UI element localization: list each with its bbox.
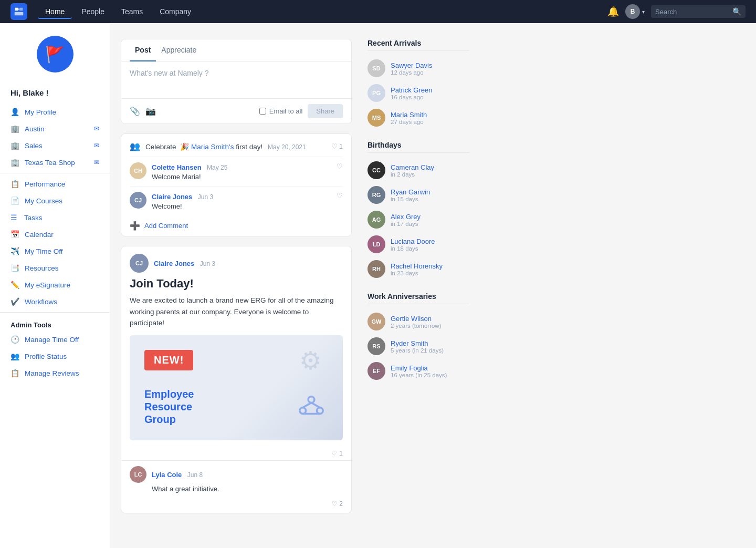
email-to-all-checkbox[interactable] <box>259 108 266 115</box>
sidebar-item-my-time-off[interactable]: ✈️ My Time Off <box>0 243 110 260</box>
profile-status-icon: 👥 <box>10 352 19 360</box>
sidebar-item-texas-tea-shop[interactable]: 🏢 Texas Tea Shop ✉ <box>0 154 110 171</box>
sidebar-item-calendar[interactable]: 📅 Calendar <box>0 226 110 243</box>
celebrated-person[interactable]: Maria Smith's <box>191 143 234 151</box>
search-box[interactable]: 🔍 <box>651 5 746 18</box>
arrival-patrick[interactable]: PG Patrick Green 16 days ago <box>368 81 469 106</box>
tasks-icon: ☰ <box>10 213 19 222</box>
anniversary-emily[interactable]: EF Emily Foglia 16 years (in 25 days) <box>368 359 469 384</box>
sidebar-label-calendar: Calendar <box>25 231 99 239</box>
erg-title: Employee Resource Group <box>144 388 194 426</box>
birthday-cameran[interactable]: CC Cameran Clay in 2 days <box>368 158 469 183</box>
arrival-info-patrick: Patrick Green 16 days ago <box>391 86 432 100</box>
anniversary-ryder[interactable]: RS Ryder Smith 5 years (in 21 days) <box>368 334 469 359</box>
nav-home[interactable]: Home <box>38 4 72 19</box>
sidebar-item-tasks[interactable]: ☰ Tasks <box>0 209 110 226</box>
sidebar-label-my-esignature: My eSignature <box>25 281 99 289</box>
tab-appreciate[interactable]: Appreciate <box>156 39 202 61</box>
birthday-avatar-luciana: LD <box>368 235 385 253</box>
birthday-rachel[interactable]: RH Rachel Horensky in 23 days <box>368 257 469 282</box>
comment-author-colette[interactable]: Colette Hansen <box>152 163 202 171</box>
arrival-name-maria[interactable]: Maria Smith <box>391 111 427 119</box>
join-today-post: CJ Claire Jones Jun 3 Join Today! We are… <box>121 246 352 513</box>
sidebar-nav: 👤 My Profile 🏢 Austin ✉ 🏢 Sales ✉ 🏢 Texa… <box>0 101 110 384</box>
arrival-name-patrick[interactable]: Patrick Green <box>391 86 432 94</box>
sidebar-item-resources[interactable]: 📑 Resources <box>0 260 110 276</box>
post-input[interactable]: What's new at Namely ? <box>121 61 351 98</box>
anniversary-avatar-emily: EF <box>368 362 385 380</box>
birthday-name-cameran[interactable]: Cameran Clay <box>391 163 434 171</box>
heart-icon-reply: ♡ <box>332 500 338 508</box>
user-avatar-menu[interactable]: B ▾ <box>625 4 645 19</box>
workflows-icon: ✔️ <box>10 297 19 306</box>
org-icon: 🏢 <box>10 125 19 133</box>
sidebar-item-manage-time-off[interactable]: 🕐 Manage Time Off <box>0 331 110 348</box>
attachment-icon[interactable]: 📎 <box>130 106 140 116</box>
birthday-sub-ryan: in 15 days <box>391 196 430 202</box>
company-logo: 🚩 <box>37 36 74 73</box>
birthday-luciana[interactable]: LD Luciana Doore in 18 days <box>368 232 469 257</box>
arrival-name-sawyer[interactable]: Sawyer Davis <box>391 61 432 69</box>
sidebar-divider-1 <box>0 173 110 173</box>
post-action-bar: 📎 📷 Email to all Share <box>121 98 351 123</box>
manage-time-off-icon: 🕐 <box>10 335 19 344</box>
celebrate-like[interactable]: ♡ 1 <box>331 142 343 150</box>
nav-people[interactable]: People <box>74 4 112 19</box>
add-comment-button[interactable]: ➕ Add Comment <box>121 215 351 236</box>
sidebar-item-sales[interactable]: 🏢 Sales ✉ <box>0 137 110 154</box>
sidebar-item-austin[interactable]: 🏢 Austin ✉ <box>0 120 110 137</box>
comment-text-claire: Welcome! <box>152 202 331 210</box>
sidebar-item-my-courses[interactable]: 📄 My Courses <box>0 192 110 209</box>
birthday-ryan[interactable]: RG Ryan Garwin in 15 days <box>368 183 469 208</box>
poster-date: Jun 3 <box>200 260 215 267</box>
birthday-alex[interactable]: AG Alex Grey in 17 days <box>368 208 469 232</box>
birthday-info-rachel: Rachel Horensky in 23 days <box>391 262 443 276</box>
tab-post[interactable]: Post <box>130 39 156 61</box>
comment-claire: CJ Claire Jones Jun 3 Welcome! ♡ <box>121 187 351 215</box>
notification-bell-icon[interactable]: 🔔 <box>607 6 619 17</box>
sidebar-item-manage-reviews[interactable]: 📋 Manage Reviews <box>0 365 110 381</box>
poster-name[interactable]: Claire Jones <box>154 260 194 267</box>
sidebar-item-workflows[interactable]: ✔️ Workflows <box>0 293 110 310</box>
post-like[interactable]: ♡ 1 <box>121 447 351 460</box>
sidebar: 🚩 Hi, Blake ! 👤 My Profile 🏢 Austin ✉ 🏢 … <box>0 23 110 548</box>
birthday-name-ryan[interactable]: Ryan Garwin <box>391 188 430 196</box>
anniversary-name-emily[interactable]: Emily Foglia <box>391 364 447 372</box>
comment-like-colette[interactable]: ♡ <box>337 162 343 170</box>
email-to-all-checkbox-label[interactable]: Email to all <box>259 107 303 115</box>
anniversary-gertie[interactable]: GW Gertie Wilson 2 years (tomorrow) <box>368 309 469 334</box>
birthday-name-alex[interactable]: Alex Grey <box>391 213 421 221</box>
share-button[interactable]: Share <box>308 104 343 118</box>
birthday-name-rachel[interactable]: Rachel Horensky <box>391 262 443 270</box>
birthdays-section: Birthdays CC Cameran Clay in 2 days RG R… <box>368 141 469 282</box>
reply-author[interactable]: Lyla Cole <box>152 471 182 479</box>
people-icon <box>297 394 326 428</box>
sidebar-item-my-esignature[interactable]: ✏️ My eSignature <box>0 276 110 293</box>
comment-like-claire[interactable]: ♡ <box>337 192 343 200</box>
camera-icon[interactable]: 📷 <box>145 106 156 116</box>
birthday-name-luciana[interactable]: Luciana Doore <box>391 237 435 245</box>
celebrate-icon: 👥 <box>130 141 140 151</box>
sidebar-item-performance[interactable]: 📋 Performance <box>0 175 110 192</box>
comment-date-colette: May 25 <box>207 164 227 171</box>
birthdays-title: Birthdays <box>368 141 469 153</box>
reply-like[interactable]: ♡ 2 <box>121 498 351 513</box>
search-input[interactable] <box>655 8 729 16</box>
arrival-maria[interactable]: MS Maria Smith 27 days ago <box>368 106 469 130</box>
arrival-sub-sawyer: 12 days ago <box>391 69 432 76</box>
avatar-initials: B <box>631 8 635 15</box>
app-logo[interactable] <box>10 3 27 20</box>
anniversary-name-gertie[interactable]: Gertie Wilson <box>391 315 442 323</box>
nav-teams[interactable]: Teams <box>114 4 150 19</box>
anniversary-name-ryder[interactable]: Ryder Smith <box>391 339 444 347</box>
celebrate-like-count: 1 <box>339 143 343 150</box>
nav-company[interactable]: Company <box>152 4 198 19</box>
sidebar-item-profile-status[interactable]: 👥 Profile Status <box>0 348 110 365</box>
reply-like-count: 2 <box>339 500 343 508</box>
arrival-sawyer[interactable]: SD Sawyer Davis 12 days ago <box>368 56 469 81</box>
heart-icon: ♡ <box>331 142 338 150</box>
sidebar-item-my-profile[interactable]: 👤 My Profile <box>0 104 110 120</box>
sidebar-label-tasks: Tasks <box>24 214 99 222</box>
arrival-avatar-sawyer: SD <box>368 59 385 77</box>
comment-author-claire[interactable]: Claire Jones <box>152 193 192 201</box>
